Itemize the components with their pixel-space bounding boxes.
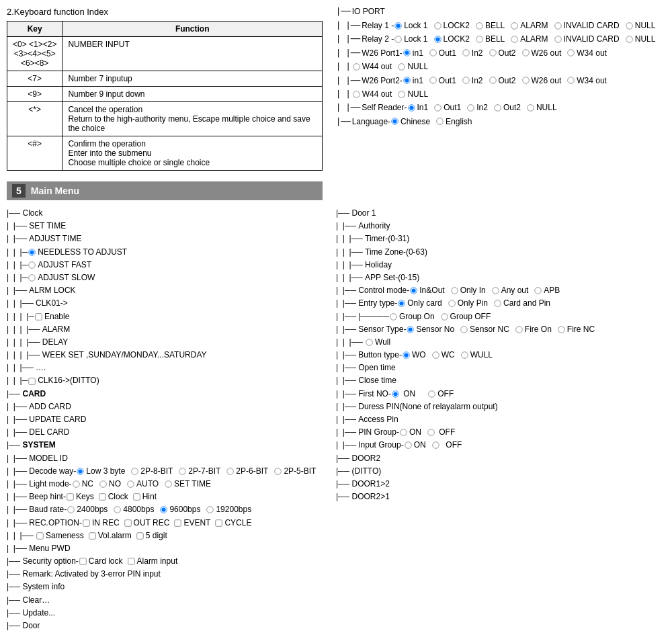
table-row: <*> (7, 102, 62, 136)
list-item: | |── PIN Group- ON OFF (336, 426, 665, 439)
list-item: | |── Close time (336, 374, 665, 387)
relay2-row: | |── Relay 2 - Lock 1 LOCK2 BELL ALARM … (336, 32, 665, 46)
main-content: |── Clock | |── SET TIME | |── ADJUST TI… (7, 207, 665, 632)
language-row: |── Language- Chinese English (336, 115, 665, 128)
relay1-row: | |── Relay 1 - Lock 1 LOCK2 BELL ALARM … (336, 19, 665, 32)
list-item: | | | |── WEEK SET ,SUNDAY/MONDAY...SATU… (7, 349, 323, 362)
list-item: | | | |─ Enable (7, 310, 323, 323)
list-item: | |── REC.OPTION- IN REC OUT REC EVENT C… (7, 517, 323, 530)
list-item: | |── Light mode- NC NO AUTO SET TIME (7, 478, 323, 491)
list-item: |── DOOR2 (336, 452, 665, 465)
keyboard-table: Key Function <0> <1><2> <3><4><5> <6><8>… (7, 21, 323, 171)
list-item: | | |── Holiday (336, 259, 665, 271)
list-item: | |── Baud rate- 2400bps 4800bps 9600bps… (7, 503, 323, 516)
io-section: |── IO PORT | |── Relay 1 - Lock 1 LOCK2… (336, 7, 665, 171)
list-item: |── Update... (7, 607, 323, 620)
list-item: | | |── APP Set-(0-15) (336, 271, 665, 284)
w26port1-row: | |── W26 Port1- in1 Out1 In2 Out2 W26 o… (336, 46, 665, 60)
list-item: | |── Decode way- Low 3 byte 2P-8-BIT 2P… (7, 465, 323, 478)
left-tree: |── Clock | |── SET TIME | |── ADJUST TI… (7, 207, 323, 632)
table-row: <#> (7, 136, 62, 171)
list-item: |── Clock (7, 207, 323, 220)
table-row: <7> (7, 71, 62, 87)
list-item: | |── Beep hint- Keys Clock Hint (7, 491, 323, 503)
list-item: | |── Button type- WO WC WULL (336, 349, 665, 362)
right-tree: |── Door 1 | |── Authority | | |── Timer… (336, 207, 665, 632)
table-row: <9> (7, 87, 62, 102)
selfreader-row: | |── Self Reader- In1 Out1 In2 Out2 NUL… (336, 101, 665, 114)
list-item: | | |─ ADJUST SLOW (7, 271, 323, 284)
list-item: | | |── Sameness Vol.alarm 5 digit (7, 530, 323, 542)
list-item: | |── Authority (336, 220, 665, 232)
w26port2-row2: | | W44 out NULL (336, 87, 665, 101)
col-function: Function (62, 22, 323, 37)
list-item: | | |── CLK01-> (7, 297, 323, 310)
list-item: | | |── Time Zone-(0-63) (336, 246, 665, 259)
list-item: | |── Sensor Type- Sensor No Sensor NC F… (336, 323, 665, 336)
list-item: |── CARD (7, 388, 323, 400)
list-item: | |── Duress PIN(None of relayalarm outp… (336, 400, 665, 413)
list-item: | |── |───── Group On Group OFF (336, 310, 665, 323)
keyboard-title: 2.Keyboard function Index (7, 7, 323, 17)
list-item: |── Door 1 (336, 207, 665, 220)
list-item: | |── Input Group- ON OFF (336, 439, 665, 452)
top-section: 2.Keyboard function Index Key Function <… (7, 7, 665, 171)
col-key: Key (7, 22, 62, 37)
main-menu-header: 5 Main Menu (7, 181, 323, 200)
list-item: |── Clear… (7, 594, 323, 607)
list-item: | | | |── ALARM (7, 323, 323, 336)
list-item: |── Door (7, 620, 323, 632)
list-item: | | |── Timer-(0-31) (336, 232, 665, 245)
list-item: | |── UPDATE CARD (7, 413, 323, 426)
list-item: | |── ADD CARD (7, 400, 323, 413)
list-item: | |── Entry type- Only card Only Pin Car… (336, 297, 665, 310)
io-port-title: |── IO PORT (336, 7, 665, 16)
menu-badge: 5 (12, 184, 26, 198)
list-item: | |── MODEL ID (7, 452, 323, 465)
list-item: | |── DEL CARD (7, 426, 323, 439)
list-item: | |── Menu PWD (7, 542, 323, 555)
list-item: | | | |── DELAY (7, 336, 323, 349)
main-menu-title: Main Menu (31, 185, 79, 196)
list-item: | | |── Wull (336, 336, 665, 349)
list-item: |── Remark: Activated by 3-error PIN inp… (7, 568, 323, 581)
w26port2-row: | |── W26 Port2- in1 Out1 In2 Out2 W26 o… (336, 74, 665, 87)
list-item: |── SYSTEM (7, 439, 323, 452)
list-item: |── (DITTO) (336, 465, 665, 478)
list-item: |── Security option- Card lock Alarm inp… (7, 555, 323, 568)
list-item: | | |─ ADJUST FAST (7, 259, 323, 271)
list-item: | |── Access Pin (336, 413, 665, 426)
list-item: |── System info (7, 581, 323, 593)
list-item: | |── SET TIME (7, 220, 323, 232)
list-item: | |── ALRM LOCK (7, 284, 323, 297)
list-item: | |── Control mode- In&Out Only In Any o… (336, 284, 665, 297)
list-item: | | |── …. (7, 362, 323, 374)
keyboard-section: 2.Keyboard function Index Key Function <… (7, 7, 323, 171)
list-item: | |── Open time (336, 362, 665, 374)
list-item: |── DOOR1>2 (336, 478, 665, 491)
list-item: | | |─ NEEDLESS TO ADJUST (7, 246, 323, 259)
list-item: |── DOOR2>1 (336, 491, 665, 503)
table-row: <0> <1><2> <3><4><5> <6><8> (7, 37, 62, 71)
w26port1-row2: | | W44 out NULL (336, 60, 665, 73)
list-item: | |── ADJUST TIME (7, 232, 323, 245)
list-item: | |── First NO- ON OFF (336, 388, 665, 400)
list-item: | | |─ CLK16->(DITTO) (7, 374, 323, 387)
